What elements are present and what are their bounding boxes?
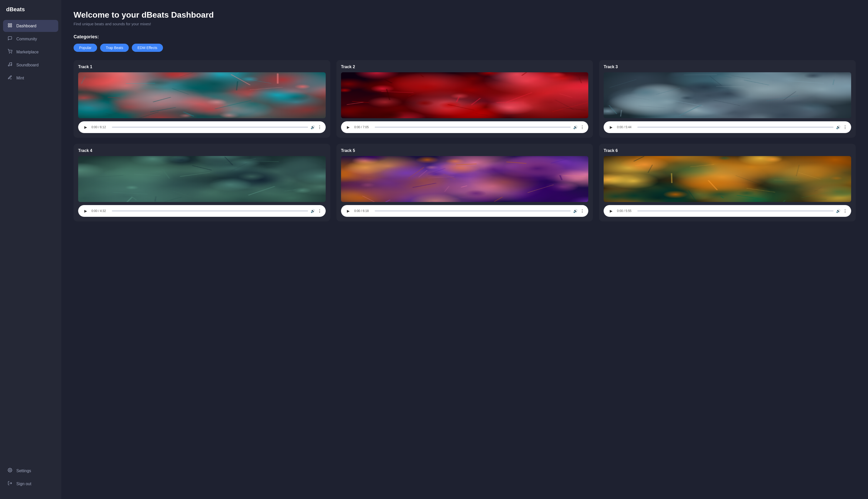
app-logo: dBeats	[0, 6, 61, 20]
more-button-1[interactable]: ⋮	[317, 125, 322, 130]
audio-player-6: ▶ 0:00 / 5:55 🔊 ⋮	[604, 205, 851, 217]
track-title-5: Track 5	[341, 148, 589, 153]
sidebar-item-community[interactable]: Community	[3, 33, 58, 45]
volume-button-2[interactable]: 🔊	[573, 125, 578, 129]
mint-icon	[7, 75, 13, 81]
more-button-2[interactable]: ⋮	[580, 125, 584, 130]
progress-bar-1[interactable]	[112, 127, 308, 128]
sidebar-item-soundboard[interactable]: Soundboard	[3, 59, 58, 71]
more-button-5[interactable]: ⋮	[580, 209, 584, 214]
community-icon	[7, 36, 13, 42]
signout-icon	[7, 481, 13, 487]
track-image-6	[604, 156, 851, 202]
track-card-2: Track 2 ▶ 0:00 / 7:05 🔊 ⋮	[336, 60, 593, 138]
audio-player-4: ▶ 0:00 / 4:32 🔊 ⋮	[78, 205, 326, 217]
volume-button-1[interactable]: 🔊	[311, 125, 315, 129]
track-title-4: Track 4	[78, 148, 326, 153]
volume-button-5[interactable]: 🔊	[573, 209, 578, 213]
sidebar-label-settings: Settings	[16, 468, 31, 473]
sidebar: dBeats Dashboard Community Marketplace S…	[0, 0, 61, 499]
more-button-4[interactable]: ⋮	[317, 209, 322, 214]
marketplace-icon	[7, 49, 13, 55]
play-button-4[interactable]: ▶	[82, 208, 89, 214]
track-title-1: Track 1	[78, 65, 326, 69]
audio-player-5: ▶ 0:00 / 6:18 🔊 ⋮	[341, 205, 589, 217]
sidebar-item-settings[interactable]: Settings	[3, 465, 58, 477]
category-btn-trap-beats[interactable]: Trap Beats	[100, 44, 129, 52]
svg-rect-0	[8, 24, 10, 25]
main-content: Welcome to your dBeats Dashboard Find un…	[61, 0, 868, 499]
track-card-4: Track 4 ▶ 0:00 / 4:32 🔊 ⋮	[74, 144, 330, 221]
track-title-3: Track 3	[604, 65, 851, 69]
track-title-2: Track 2	[341, 65, 589, 69]
volume-button-6[interactable]: 🔊	[836, 209, 841, 213]
play-button-2[interactable]: ▶	[345, 124, 352, 131]
track-card-3: Track 3 ▶ 0:00 / 5:44 🔊 ⋮	[599, 60, 856, 138]
track-image-3	[604, 72, 851, 118]
svg-rect-1	[11, 24, 12, 25]
more-button-3[interactable]: ⋮	[843, 125, 847, 130]
sidebar-item-signout[interactable]: Sign out	[3, 478, 58, 490]
svg-rect-3	[11, 26, 12, 27]
time-display-3: 0:00 / 5:44	[617, 125, 635, 129]
sidebar-bottom: Settings Sign out	[0, 465, 61, 493]
categories-label: Categories:	[74, 34, 856, 39]
track-image-4	[78, 156, 326, 202]
play-button-3[interactable]: ▶	[608, 124, 614, 131]
tracks-grid: Track 1 ▶ 0:00 / 6:12 🔊 ⋮ Track 2 ▶ 0:00…	[74, 60, 856, 221]
progress-bar-5[interactable]	[375, 210, 571, 211]
audio-player-2: ▶ 0:00 / 7:05 🔊 ⋮	[341, 121, 589, 133]
time-display-1: 0:00 / 6:12	[92, 125, 109, 129]
track-card-5: Track 5 ▶ 0:00 / 6:18 🔊 ⋮	[336, 144, 593, 221]
audio-player-1: ▶ 0:00 / 6:12 🔊 ⋮	[78, 121, 326, 133]
categories-row: PopularTrap BeatsEDM Effects	[74, 44, 856, 52]
page-title: Welcome to your dBeats Dashboard	[74, 10, 856, 20]
time-display-2: 0:00 / 7:05	[354, 125, 372, 129]
svg-point-8	[10, 470, 11, 471]
sidebar-label-dashboard: Dashboard	[16, 24, 36, 28]
sidebar-label-signout: Sign out	[16, 482, 32, 486]
sidebar-label-community: Community	[16, 37, 37, 41]
track-card-1: Track 1 ▶ 0:00 / 6:12 🔊 ⋮	[74, 60, 330, 138]
svg-point-7	[11, 65, 12, 66]
audio-player-3: ▶ 0:00 / 5:44 🔊 ⋮	[604, 121, 851, 133]
play-button-6[interactable]: ▶	[608, 208, 614, 214]
sidebar-label-mint: Mint	[16, 76, 24, 81]
volume-button-3[interactable]: 🔊	[836, 125, 841, 129]
track-image-2	[341, 72, 589, 118]
volume-button-4[interactable]: 🔊	[311, 209, 315, 213]
play-button-5[interactable]: ▶	[345, 208, 352, 214]
page-subtitle: Find unique beats and sounds for your mi…	[74, 22, 856, 26]
sidebar-item-marketplace[interactable]: Marketplace	[3, 46, 58, 58]
sidebar-item-dashboard[interactable]: Dashboard	[3, 20, 58, 32]
category-btn-popular[interactable]: Popular	[74, 44, 97, 52]
category-btn-edm-effects[interactable]: EDM Effects	[132, 44, 163, 52]
progress-bar-2[interactable]	[375, 127, 571, 128]
play-button-1[interactable]: ▶	[82, 124, 89, 131]
svg-point-4	[9, 53, 10, 53]
track-title-6: Track 6	[604, 148, 851, 153]
svg-point-6	[8, 65, 10, 66]
track-image-1	[78, 72, 326, 118]
sidebar-label-marketplace: Marketplace	[16, 50, 39, 54]
progress-bar-3[interactable]	[637, 127, 833, 128]
sidebar-item-mint[interactable]: Mint	[3, 72, 58, 84]
sidebar-nav: Dashboard Community Marketplace Soundboa…	[0, 20, 61, 465]
progress-bar-4[interactable]	[112, 210, 308, 211]
svg-point-5	[11, 53, 12, 53]
time-display-5: 0:00 / 6:18	[354, 209, 372, 213]
soundboard-icon	[7, 62, 13, 68]
settings-icon	[7, 468, 13, 474]
track-card-6: Track 6 ▶ 0:00 / 5:55 🔊 ⋮	[599, 144, 856, 221]
track-image-5	[341, 156, 589, 202]
time-display-6: 0:00 / 5:55	[617, 209, 635, 213]
time-display-4: 0:00 / 4:32	[92, 209, 109, 213]
more-button-6[interactable]: ⋮	[843, 209, 847, 214]
dashboard-icon	[7, 23, 13, 29]
sidebar-label-soundboard: Soundboard	[16, 63, 39, 68]
progress-bar-6[interactable]	[637, 210, 833, 211]
svg-rect-2	[8, 26, 10, 27]
